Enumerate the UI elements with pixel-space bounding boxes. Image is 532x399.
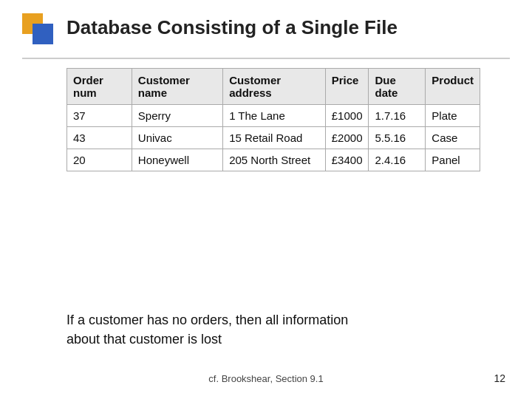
- title-divider: [22, 58, 510, 59]
- table-cell: Sperry: [132, 105, 222, 127]
- table-header-row: Order num Customer name Customer address…: [67, 69, 480, 105]
- deco-square-blue: [33, 24, 53, 44]
- table-cell: Honeywell: [132, 149, 222, 171]
- table-row: 20Honeywell205 North Street£34002.4.16Pa…: [67, 149, 480, 171]
- footer-line1: If a customer has no orders, then all in…: [66, 310, 480, 330]
- table-cell: 5.5.16: [369, 127, 426, 149]
- table-cell: 37: [67, 105, 132, 127]
- decorative-squares: [22, 13, 58, 49]
- table-cell: 43: [67, 127, 132, 149]
- table-row: 37Sperry1 The Lane£10001.7.16Plate: [67, 105, 480, 127]
- table-cell: Panel: [426, 149, 480, 171]
- col-header-price: Price: [325, 69, 369, 105]
- page-number: 12: [494, 372, 505, 384]
- table-cell: 2.4.16: [369, 149, 426, 171]
- table-cell: 1 The Lane: [223, 105, 326, 127]
- table-cell: £1000: [325, 105, 369, 127]
- table-cell: £3400: [325, 149, 369, 171]
- slide-footer: cf. Brookshear, Section 9.1: [0, 373, 532, 384]
- col-header-due-date: Due date: [369, 69, 426, 105]
- table-cell: £2000: [325, 127, 369, 149]
- footer-description: If a customer has no orders, then all in…: [66, 310, 480, 349]
- table-cell: 205 North Street: [223, 149, 326, 171]
- table-cell: Univac: [132, 127, 222, 149]
- table-body: 37Sperry1 The Lane£10001.7.16Plate43Univ…: [67, 105, 480, 171]
- slide-title: Database Consisting of a Single File: [66, 16, 398, 39]
- table-row: 43Univac15 Retail Road£20005.5.16Case: [67, 127, 480, 149]
- table-cell: 1.7.16: [369, 105, 426, 127]
- database-table: Order num Customer name Customer address…: [66, 68, 480, 171]
- col-header-customer-name: Customer name: [132, 69, 222, 105]
- table-cell: 20: [67, 149, 132, 171]
- col-header-product: Product: [426, 69, 480, 105]
- table-cell: Plate: [426, 105, 480, 127]
- col-header-customer-address: Customer address: [223, 69, 326, 105]
- footer-reference: cf. Brookshear, Section 9.1: [0, 373, 532, 384]
- footer-line2: about that customer is lost: [66, 330, 480, 349]
- data-table-wrapper: Order num Customer name Customer address…: [66, 68, 480, 171]
- col-header-order-num: Order num: [67, 69, 132, 105]
- table-cell: Case: [426, 127, 480, 149]
- table-cell: 15 Retail Road: [223, 127, 326, 149]
